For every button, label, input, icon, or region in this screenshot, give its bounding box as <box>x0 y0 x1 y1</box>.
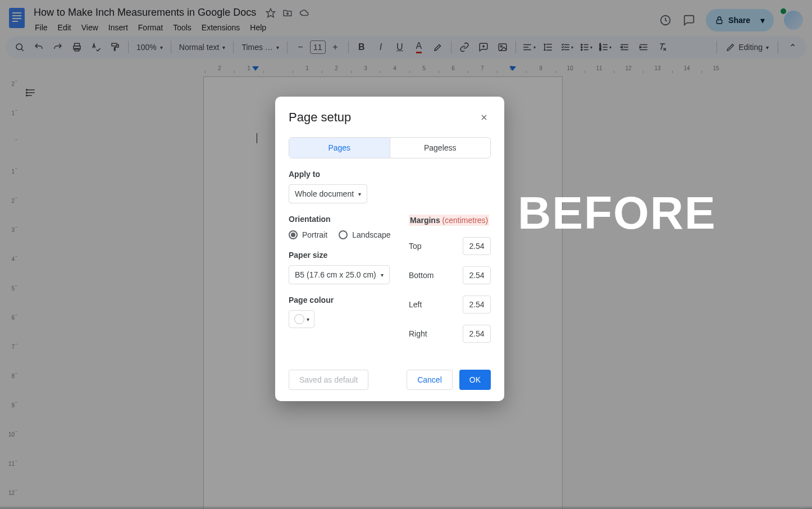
add-comment-icon[interactable] <box>475 39 492 56</box>
paper-size-select[interactable]: B5 (17.6 cm x 25.0 cm)▾ <box>289 265 390 284</box>
insert-link-icon[interactable] <box>456 39 473 56</box>
separator <box>451 41 451 53</box>
radio-icon <box>289 230 298 239</box>
paragraph-style-select[interactable]: Normal text▾ <box>176 43 229 52</box>
history-icon[interactable] <box>659 13 672 27</box>
menu-file[interactable]: File <box>30 21 52 34</box>
ok-button[interactable]: OK <box>459 370 491 390</box>
move-to-folder-icon[interactable] <box>282 7 293 19</box>
margin-top-input[interactable] <box>463 237 491 255</box>
bulleted-list-icon[interactable]: ▾ <box>578 39 595 56</box>
ruler-tick: 5 <box>409 65 439 71</box>
checklist-icon[interactable]: ▾ <box>559 39 576 56</box>
ruler-tick: 7 <box>468 65 497 71</box>
chevron-down-icon: ▾ <box>358 191 361 197</box>
zoom-value: 100% <box>136 43 157 52</box>
tab-switcher: Pages Pageless <box>289 137 491 158</box>
menu-extensions[interactable]: Extensions <box>197 21 244 34</box>
vertical-ruler[interactable]: 2 1 1 2 3 4 5 6 7 8 9 10 11 12 13 14 15 … <box>0 75 19 509</box>
ruler-tick: 3 <box>0 227 19 256</box>
paper-size-label: Paper size <box>289 251 395 260</box>
margin-bottom-input[interactable] <box>463 266 491 284</box>
document-outline-icon[interactable] <box>22 84 39 101</box>
menu-tools[interactable]: Tools <box>168 21 196 34</box>
tab-pages[interactable]: Pages <box>289 138 390 158</box>
separator <box>171 41 171 53</box>
italic-icon[interactable]: I <box>372 39 389 56</box>
apply-to-select[interactable]: Whole document▾ <box>289 184 367 203</box>
close-icon[interactable] <box>477 111 491 124</box>
svg-rect-4 <box>12 21 18 22</box>
chevron-down-icon: ▾ <box>381 272 384 278</box>
text-color-icon[interactable]: A <box>410 39 427 56</box>
bottom-shadow <box>0 506 812 509</box>
margins-units: (centimetres) <box>443 216 489 225</box>
pencil-icon <box>726 43 735 52</box>
svg-point-20 <box>26 89 28 90</box>
increase-indent-icon[interactable] <box>635 39 652 56</box>
editing-mode-select[interactable]: Editing▾ <box>723 43 772 52</box>
decrease-font-icon[interactable]: − <box>292 39 309 56</box>
share-dropdown-icon[interactable]: ▾ <box>755 15 770 26</box>
font-size-input[interactable] <box>310 40 326 54</box>
svg-point-14 <box>581 44 582 45</box>
ruler-tick: 2 <box>322 65 351 71</box>
menu-insert[interactable]: Insert <box>104 21 133 34</box>
svg-point-16 <box>581 49 582 50</box>
bold-icon[interactable]: B <box>353 39 370 56</box>
search-menus-icon[interactable] <box>11 39 28 56</box>
text-cursor <box>257 133 257 143</box>
align-icon[interactable]: ▾ <box>521 39 537 56</box>
margin-left-input[interactable] <box>463 296 491 313</box>
zoom-select[interactable]: 100%▾ <box>133 43 166 52</box>
undo-icon[interactable] <box>30 39 47 56</box>
cloud-status-icon[interactable] <box>299 7 310 19</box>
clear-formatting-icon[interactable] <box>654 39 671 56</box>
redo-icon[interactable] <box>49 39 66 56</box>
highlight-icon[interactable] <box>430 39 446 56</box>
svg-text:3: 3 <box>600 48 601 51</box>
tab-pageless[interactable]: Pageless <box>390 138 491 158</box>
orientation-portrait-radio[interactable]: Portrait <box>289 230 327 239</box>
ruler-tick: 1 <box>293 65 322 71</box>
color-swatch-icon <box>294 314 304 324</box>
horizontal-ruler[interactable]: 2 1 1 2 3 4 5 6 7 8 9 10 11 12 13 14 15 <box>31 64 812 75</box>
comments-icon[interactable] <box>682 13 696 27</box>
margin-right-input[interactable] <box>463 325 491 343</box>
share-label: Share <box>728 16 750 25</box>
chevron-down-icon: ▾ <box>222 44 225 51</box>
editing-mode-value: Editing <box>738 43 763 52</box>
menu-format[interactable]: Format <box>134 21 167 34</box>
menu-help[interactable]: Help <box>245 21 271 34</box>
margins-label: Margins <box>410 216 440 225</box>
apply-to-value: Whole document <box>295 189 354 198</box>
svg-rect-6 <box>717 20 722 24</box>
separator <box>287 41 288 53</box>
ruler-tick: 3 <box>351 65 380 71</box>
cancel-button[interactable]: Cancel <box>407 370 453 390</box>
font-select[interactable]: Times …▾ <box>238 43 282 52</box>
numbered-list-icon[interactable]: 123▾ <box>597 39 614 56</box>
print-icon[interactable] <box>69 39 85 56</box>
spellcheck-icon[interactable] <box>88 39 104 56</box>
account-avatar[interactable] <box>784 11 803 30</box>
underline-icon[interactable]: U <box>391 39 408 56</box>
page-setup-dialog: Page setup Pages Pageless Apply to Whole… <box>275 97 504 401</box>
paint-format-icon[interactable] <box>107 39 124 56</box>
left-indent-marker-icon[interactable] <box>252 66 259 71</box>
menu-edit[interactable]: Edit <box>53 21 76 34</box>
star-icon[interactable] <box>265 7 276 19</box>
share-button[interactable]: Share ▾ <box>706 9 774 31</box>
orientation-landscape-radio[interactable]: Landscape <box>339 230 391 239</box>
document-title[interactable]: How to Make Inch Measurements in Google … <box>30 6 259 20</box>
increase-font-icon[interactable]: + <box>327 39 344 56</box>
right-indent-marker-icon[interactable] <box>509 66 516 71</box>
set-as-default-button[interactable]: Saved as default <box>289 370 368 390</box>
line-spacing-icon[interactable] <box>540 39 556 56</box>
decrease-indent-icon[interactable] <box>616 39 633 56</box>
menu-view[interactable]: View <box>77 21 103 34</box>
docs-logo-icon[interactable] <box>6 4 28 31</box>
insert-image-icon[interactable] <box>494 39 511 56</box>
page-colour-select[interactable]: ▾ <box>289 310 314 328</box>
collapse-toolbar-icon[interactable]: ⌃ <box>784 42 801 53</box>
